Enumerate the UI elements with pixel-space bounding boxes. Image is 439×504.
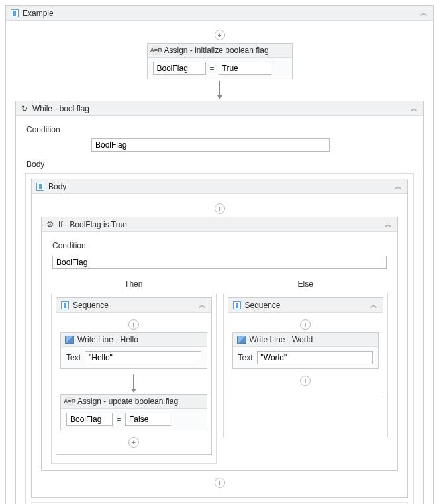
assign-icon: A=B [152, 46, 161, 55]
activity-title: While - bool flag [32, 104, 406, 113]
assign-left-input[interactable] [153, 62, 206, 75]
activity-title: If - BoolFlag is True [58, 220, 380, 229]
writeline-icon [65, 335, 74, 344]
activity-header[interactable]: Sequence ︽ [56, 298, 211, 313]
sequence-then[interactable]: Sequence ︽ + [56, 297, 212, 455]
activity-title: Assign - update boolean flag [77, 397, 203, 406]
activity-header[interactable]: ↻ While - bool flag ︽ [16, 101, 423, 116]
add-activity-connector[interactable]: + [41, 475, 398, 491]
if-icon: ⚙ [46, 220, 55, 229]
flow-arrow [60, 373, 207, 394]
sequence-icon [10, 9, 19, 18]
add-activity-connector[interactable]: + [60, 434, 207, 450]
activity-title: Assign - initialize boolean flag [164, 46, 288, 55]
text-label: Text [238, 353, 253, 362]
activity-header[interactable]: A=B Assign - initialize boolean flag [148, 44, 292, 58]
activity-title: Sequence [73, 301, 194, 310]
sequence-icon [60, 301, 70, 310]
assign-icon: A=B [65, 397, 74, 406]
equals-label: = [117, 415, 121, 424]
while-icon: ↻ [20, 104, 29, 113]
while-condition-input[interactable] [91, 138, 330, 152]
sequence-example[interactable]: Example ︽ + A=B Assign - initialize bool… [5, 5, 434, 504]
equals-label: = [210, 64, 215, 73]
add-activity-connector[interactable]: + [232, 373, 379, 389]
activity-header[interactable]: A=B Assign - update boolean flag [61, 395, 207, 409]
writeline-icon [237, 335, 246, 344]
collapse-icon[interactable]: ︽ [369, 300, 379, 310]
else-branch: Else Sequence ︽ [223, 277, 389, 464]
condition-label: Condition [25, 123, 414, 138]
then-branch: Then Sequence ︽ [51, 277, 217, 464]
collapse-icon[interactable]: ︽ [197, 300, 207, 310]
assign-right-input[interactable] [219, 62, 271, 75]
sequence-else[interactable]: Sequence ︽ + [228, 297, 384, 393]
else-label: Else [223, 277, 389, 293]
text-label: Text [66, 353, 81, 362]
writeline-text-input[interactable] [85, 351, 201, 364]
writeline-text-input[interactable] [257, 351, 373, 364]
add-activity-connector[interactable]: + [60, 317, 207, 332]
activity-title: Write Line - Hello [77, 335, 203, 344]
writeline-hello[interactable]: Write Line - Hello Text [60, 332, 207, 369]
activity-header[interactable]: Write Line - Hello [61, 333, 207, 347]
collapse-icon[interactable]: ︽ [419, 8, 429, 18]
collapse-icon[interactable]: ︽ [409, 103, 419, 113]
activity-header[interactable]: Body ︽ [32, 179, 407, 194]
writeline-world[interactable]: Write Line - World Text [232, 332, 379, 369]
assign-update[interactable]: A=B Assign - update boolean flag = [60, 394, 207, 430]
activity-header[interactable]: ⚙ If - BoolFlag is True ︽ [42, 217, 397, 232]
body-label: Body [25, 157, 414, 173]
while-activity[interactable]: ↻ While - bool flag ︽ Condition Body Bod… [15, 101, 424, 504]
if-activity[interactable]: ⚙ If - BoolFlag is True ︽ Condition [41, 217, 398, 471]
flow-arrow [15, 79, 424, 101]
sequence-icon [232, 301, 242, 310]
add-activity-connector[interactable]: + [15, 27, 424, 43]
condition-label: Condition [51, 238, 388, 254]
collapse-icon[interactable]: ︽ [383, 219, 393, 229]
activity-title: Example [23, 9, 416, 18]
collapse-icon[interactable]: ︽ [393, 181, 403, 191]
activity-header[interactable]: Example ︽ [6, 6, 433, 21]
activity-title: Sequence [245, 301, 366, 310]
activity-title: Body [48, 182, 390, 191]
assign-right-input[interactable] [125, 413, 171, 426]
activity-title: Write Line - World [250, 335, 375, 344]
activity-header[interactable]: Sequence ︽ [228, 298, 383, 313]
assign-initialize[interactable]: A=B Assign - initialize boolean flag = [147, 43, 293, 79]
sequence-body[interactable]: Body ︽ + ⚙ If - BoolFlag is True ︽ [31, 179, 408, 498]
then-label: Then [51, 277, 217, 293]
add-activity-connector[interactable]: + [41, 201, 398, 217]
sequence-icon [36, 182, 45, 191]
add-activity-connector[interactable]: + [232, 317, 379, 332]
if-condition-input[interactable] [52, 256, 387, 269]
assign-left-input[interactable] [66, 413, 113, 426]
activity-header[interactable]: Write Line - World [233, 333, 379, 347]
